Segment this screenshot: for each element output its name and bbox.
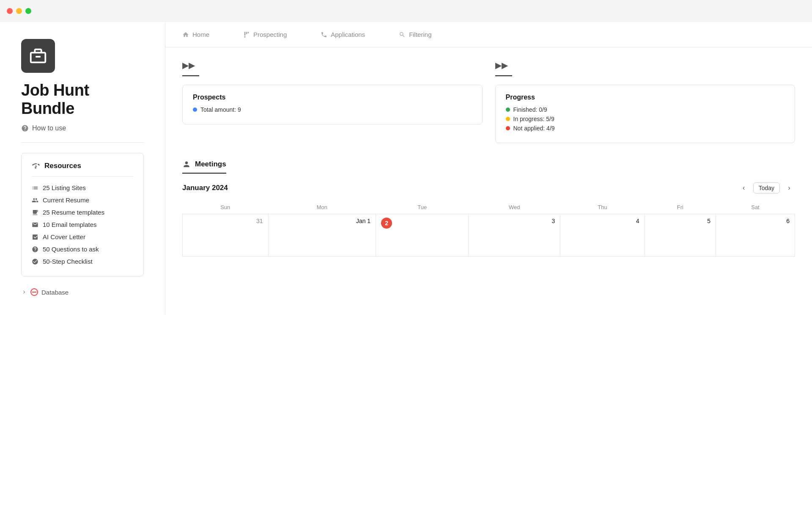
- templates-icon: [32, 209, 38, 216]
- stats-section: ▶▶ Prospects Total amount: 9 ▶▶: [182, 60, 795, 143]
- resource-label-questions: 50 Questions to ask: [43, 246, 99, 253]
- checklist-icon: [32, 258, 38, 265]
- person-icon: [182, 160, 191, 168]
- calendar-cell-6[interactable]: 6: [716, 214, 795, 257]
- finished-dot: [506, 108, 510, 112]
- search-icon: [399, 31, 406, 38]
- maximize-button[interactable]: [25, 8, 31, 14]
- calendar-cell-4[interactable]: 4: [560, 214, 645, 257]
- prospects-stat-label: Total amount: 9: [200, 106, 241, 113]
- resource-item-email-templates[interactable]: 10 Email templates: [32, 218, 133, 231]
- day-header-mon: Mon: [268, 201, 376, 214]
- list-icon: [32, 185, 38, 191]
- calendar-cell-3[interactable]: 3: [469, 214, 560, 257]
- meetings-header: Meetings: [182, 160, 226, 174]
- day-num-2: 2: [381, 218, 392, 229]
- applications-column: ▶▶ Progress Finished: 0/9 In progress: 5…: [495, 60, 796, 143]
- meetings-section: Meetings January 2024 ‹ Today ›: [182, 160, 795, 257]
- calendar-header: January 2024 ‹ Today ›: [182, 182, 795, 194]
- day-header-thu: Thu: [560, 201, 645, 214]
- broadcast-icon: [32, 162, 40, 170]
- progress-card-title: Progress: [506, 94, 785, 101]
- resource-label-checklist: 50-Step Checklist: [43, 258, 93, 265]
- prospects-card-title: Prospects: [193, 94, 472, 101]
- how-to-use-label: How to use: [32, 124, 66, 132]
- email-icon: [32, 221, 38, 228]
- applications-underline: [495, 75, 512, 76]
- tab-applications[interactable]: Applications: [304, 27, 382, 43]
- prospects-card: Prospects Total amount: 9: [182, 85, 483, 124]
- calendar-cell-5[interactable]: 5: [645, 214, 716, 257]
- progress-stat-finished: Finished: 0/9: [506, 106, 785, 113]
- resource-item-checklist[interactable]: 50-Step Checklist: [32, 255, 133, 268]
- calendar-table: Sun Mon Tue Wed Thu Fri Sat: [182, 201, 795, 257]
- inprogress-label: In progress: 5/9: [513, 116, 554, 122]
- inprogress-dot: [506, 117, 510, 121]
- notapplied-dot: [506, 126, 510, 130]
- progress-stat-notapplied: Not applied: 4/9: [506, 125, 785, 132]
- resource-label-resume-templates: 25 Resume templates: [43, 209, 104, 216]
- resource-item-resume[interactable]: Current Resume: [32, 194, 133, 206]
- calendar-row-1: 31 Jan 1 2 3: [183, 214, 795, 257]
- database-item[interactable]: Database: [21, 287, 144, 298]
- day-num-5: 5: [650, 218, 710, 224]
- day-header-tue: Tue: [376, 201, 469, 214]
- day-num-4: 4: [565, 218, 639, 224]
- question-circle-icon: [21, 124, 29, 132]
- minimize-button[interactable]: [16, 8, 22, 14]
- calendar-nav: ‹ Today ›: [738, 182, 795, 194]
- resources-box: Resources 25 Listing Sites Current Resum…: [21, 153, 144, 276]
- questions-icon: [32, 246, 38, 253]
- tab-navigation: Home Prospecting Applications Filtering: [165, 22, 812, 47]
- resource-item-ai-cover-letter[interactable]: AI Cover Letter: [32, 231, 133, 243]
- day-num-6: 6: [721, 218, 790, 224]
- prospects-dot: [193, 108, 197, 112]
- svg-rect-0: [36, 56, 41, 58]
- phone-icon: [321, 31, 327, 38]
- resources-title: Resources: [32, 162, 133, 170]
- briefcase-icon: [28, 46, 48, 66]
- calendar-month: January 2024: [182, 184, 228, 192]
- resource-item-listing-sites[interactable]: 25 Listing Sites: [32, 182, 133, 194]
- progress-stat-inprogress: In progress: 5/9: [506, 116, 785, 122]
- kanban-icon: [243, 31, 250, 38]
- main-content: Job Hunt Bundle How to use Resources: [0, 22, 812, 315]
- resource-item-50-questions[interactable]: 50 Questions to ask: [32, 243, 133, 255]
- home-icon: [182, 31, 189, 38]
- prospecting-forward-icon: ▶▶: [182, 60, 195, 70]
- day-header-wed: Wed: [469, 201, 560, 214]
- calendar-prev-button[interactable]: ‹: [738, 182, 750, 194]
- tab-home[interactable]: Home: [165, 27, 226, 43]
- prospecting-column: ▶▶ Prospects Total amount: 9: [182, 60, 483, 143]
- calendar-next-button[interactable]: ›: [783, 182, 795, 194]
- close-button[interactable]: [7, 8, 13, 14]
- page-icon: [21, 39, 55, 73]
- day-num-31: 31: [188, 218, 263, 224]
- notapplied-label: Not applied: 4/9: [513, 125, 555, 132]
- calendar-cell-31[interactable]: 31: [183, 214, 269, 257]
- how-to-use-link[interactable]: How to use: [21, 124, 144, 132]
- resource-item-resume-templates[interactable]: 25 Resume templates: [32, 206, 133, 218]
- calendar-cell-jan1[interactable]: Jan 1: [268, 214, 376, 257]
- applications-forward-icon: ▶▶: [495, 60, 508, 70]
- day-header-sun: Sun: [183, 201, 269, 214]
- day-num-jan1: Jan 1: [274, 218, 371, 224]
- resource-label-ai-cover: AI Cover Letter: [43, 233, 85, 240]
- resource-label-listing-sites: 25 Listing Sites: [43, 184, 86, 191]
- tab-filtering-label: Filtering: [409, 31, 431, 38]
- progress-card: Progress Finished: 0/9 In progress: 5/9 …: [495, 85, 796, 143]
- tab-prospecting[interactable]: Prospecting: [226, 27, 304, 43]
- tab-applications-label: Applications: [331, 31, 365, 38]
- resources-heading: Resources: [44, 162, 81, 170]
- day-header-sat: Sat: [716, 201, 795, 214]
- tab-filtering[interactable]: Filtering: [382, 27, 448, 43]
- resource-label-resume: Current Resume: [43, 196, 89, 204]
- ai-icon: [32, 234, 38, 240]
- finished-label: Finished: 0/9: [513, 106, 547, 113]
- left-panel: Job Hunt Bundle How to use Resources: [0, 22, 165, 315]
- resource-label-email-templates: 10 Email templates: [43, 221, 97, 228]
- calendar-cell-2[interactable]: 2: [376, 214, 469, 257]
- divider-1: [21, 142, 144, 143]
- calendar-today-button[interactable]: Today: [753, 182, 780, 193]
- tab-home-label: Home: [192, 31, 209, 38]
